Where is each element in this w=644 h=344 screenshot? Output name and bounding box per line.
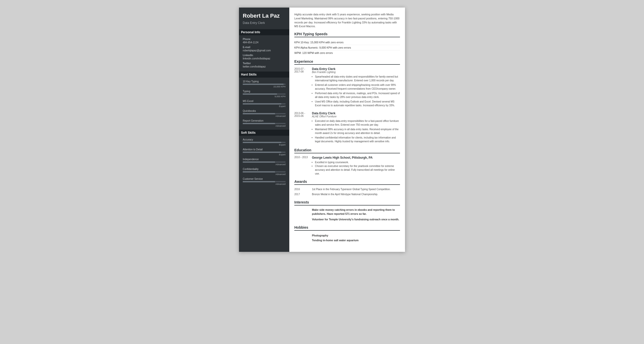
exp-details: Data Entry Clerk Ben Franklin Lighting S… bbox=[312, 67, 400, 108]
soft-skill-name: Customer Service bbox=[243, 178, 286, 180]
soft-skill-level-label: Expert bbox=[243, 144, 286, 146]
exp-bullet: Used MS Office daily, including Outlook … bbox=[315, 100, 400, 107]
linkedin-label: LinkedIn bbox=[243, 54, 286, 57]
exp-bullet: Executed on daily data-entry responsibil… bbox=[315, 119, 400, 127]
skill-bar-fill bbox=[243, 103, 281, 105]
hard-skills-section: 10 Key Typing 15,000 KPH Typing 9,000 KP… bbox=[243, 80, 286, 127]
exp-bullet: Handled confidential information for cli… bbox=[315, 136, 400, 143]
experience-section: Experience 2015-07 - 2017-08 Data Entry … bbox=[294, 59, 400, 144]
skill-bar-container bbox=[243, 113, 286, 114]
experience-entry: 2013-06 - 2015-06 Data Entry Clerk ALHE … bbox=[294, 112, 400, 144]
typing-speeds-section: KPH Typing Speeds KPH 10-Key: 15,000 KPH… bbox=[294, 32, 400, 55]
exp-bullets: Spearheaded all data entry duties and re… bbox=[312, 75, 400, 107]
award-year: 2016 bbox=[294, 187, 312, 191]
skill-bar-container bbox=[243, 103, 286, 105]
soft-skill-bar-container bbox=[243, 161, 286, 163]
candidate-name: Robert La Paz bbox=[243, 13, 286, 19]
edu-school: George Lewis High School, Pittsburgh, PA bbox=[312, 156, 400, 159]
soft-skill-name: Accuracy bbox=[243, 138, 286, 141]
edu-bullet: Chosen as executive secretary for the ye… bbox=[315, 164, 400, 176]
skill-name: Typing bbox=[243, 90, 286, 93]
experience-list: 2015-07 - 2017-08 Data Entry Clerk Ben F… bbox=[294, 67, 400, 144]
exp-bullets: Executed on daily data-entry responsibil… bbox=[312, 119, 400, 143]
skill-name: Report Generation bbox=[243, 119, 286, 122]
edu-details: George Lewis High School, Pittsburgh, PA… bbox=[312, 156, 400, 176]
skill-bar-fill bbox=[243, 113, 275, 114]
sidebar: Robert La Paz Data Entry Clerk Personal … bbox=[239, 8, 289, 252]
soft-skill-bar-fill bbox=[243, 171, 275, 173]
skill-bar-fill bbox=[243, 84, 284, 85]
interest-item: Volunteer for Temple University's fundra… bbox=[294, 218, 400, 222]
award-text: 1st Place in the February Typeracer Glob… bbox=[312, 187, 400, 191]
hobby-item: Tending in-home salt water aquarium bbox=[294, 238, 400, 243]
soft-skills-header: Soft Skills bbox=[239, 130, 289, 136]
edu-bullets: Excelled in typing coursework.Chosen as … bbox=[312, 160, 400, 176]
phone-label: Phone bbox=[243, 38, 286, 41]
twitter-label: Twitter bbox=[243, 62, 286, 65]
skill-bar-container bbox=[243, 93, 286, 95]
awards-section: Awards 2016 1st Place in the February Ty… bbox=[294, 180, 400, 196]
soft-skill-level-label: Advanced bbox=[243, 183, 286, 185]
interests-list: Make side money catching errors in ebook… bbox=[294, 208, 400, 221]
awards-list: 2016 1st Place in the February Typeracer… bbox=[294, 187, 400, 196]
award-year: 2017 bbox=[294, 192, 312, 196]
skill-level-label: 9,000 KPH bbox=[243, 95, 286, 98]
soft-skill-bar-fill bbox=[243, 142, 281, 143]
education-title: Education bbox=[294, 148, 400, 153]
personal-info-header: Personal Info bbox=[239, 29, 289, 35]
education-section: Education 2010 - 2013 George Lewis High … bbox=[294, 148, 400, 176]
skill-level-label: Expert bbox=[243, 105, 286, 108]
soft-skill-bar-container bbox=[243, 142, 286, 143]
typing-speed-item: WPM: 120 WPM with zero errors bbox=[294, 50, 400, 55]
soft-skill-bar-fill bbox=[243, 152, 281, 153]
awards-title: Awards bbox=[294, 180, 400, 185]
award-entry: 2017 Bronze Medal in the April Nitrotype… bbox=[294, 192, 400, 196]
award-text: Bronze Medal in the April Nitrotype Nati… bbox=[312, 192, 400, 196]
soft-skills-section: Accuracy Expert Attention to Detail Expe… bbox=[243, 138, 286, 185]
skill-name: MS Excel bbox=[243, 100, 286, 102]
skill-bar-container bbox=[243, 84, 286, 85]
skill-bar-container bbox=[243, 123, 286, 124]
hobbies-list: PhotographyTending in-home salt water aq… bbox=[294, 233, 400, 243]
exp-dates: 2015-07 - 2017-08 bbox=[294, 67, 312, 108]
hobby-item: Photography bbox=[294, 233, 400, 238]
skill-bar-fill bbox=[243, 93, 277, 95]
twitter-value: twitter.com/boblapaz bbox=[243, 65, 286, 68]
soft-skill-bar-fill bbox=[243, 161, 275, 163]
phone-value: 484-654-1124 bbox=[243, 41, 286, 44]
email-value: robertqlapaz@gmail.com bbox=[243, 49, 286, 52]
exp-dates: 2013-06 - 2015-06 bbox=[294, 112, 312, 144]
exp-bullet: Maintained 99% accuracy in all data entr… bbox=[315, 127, 400, 135]
summary-text: Highly accurate data entry clerk with 5 … bbox=[294, 13, 400, 28]
exp-job-title: Data Entry Clerk bbox=[312, 67, 400, 71]
edu-dates: 2010 - 2013 bbox=[294, 156, 312, 176]
soft-skill-level-label: Advanced bbox=[243, 163, 286, 166]
interests-title: Interests bbox=[294, 200, 400, 205]
skill-bar-fill bbox=[243, 123, 275, 124]
skill-level-label: Advanced bbox=[243, 125, 286, 127]
edu-bullet: Excelled in typing coursework. bbox=[315, 160, 400, 164]
soft-skill-name: Confidentiality bbox=[243, 168, 286, 170]
soft-skill-bar-container bbox=[243, 181, 286, 182]
typing-speed-item: KPH Alpha-Numeric: 9,000 KPH with zero e… bbox=[294, 45, 400, 50]
soft-skill-name: Independence bbox=[243, 158, 286, 161]
linkedin-value: linkedin.com/in/boblapaz bbox=[243, 57, 286, 60]
exp-details: Data Entry Clerk ALHE Office Furniture E… bbox=[312, 112, 400, 144]
skill-name: Quickbooks bbox=[243, 110, 286, 112]
candidate-title: Data Entry Clerk bbox=[243, 21, 286, 25]
hobbies-section: Hobbies PhotographyTending in-home salt … bbox=[294, 225, 400, 243]
soft-skill-name: Attention to Detail bbox=[243, 148, 286, 151]
soft-skill-bar-container bbox=[243, 171, 286, 173]
hard-skills-header: Hard Skills bbox=[239, 72, 289, 78]
interest-item: Make side money catching errors in ebook… bbox=[294, 208, 400, 216]
experience-entry: 2015-07 - 2017-08 Data Entry Clerk Ben F… bbox=[294, 67, 400, 108]
hobbies-title: Hobbies bbox=[294, 225, 400, 231]
email-label: E-mail bbox=[243, 46, 286, 49]
main-content: Highly accurate data entry clerk with 5 … bbox=[289, 8, 405, 252]
experience-title: Experience bbox=[294, 59, 400, 65]
soft-skill-bar-fill bbox=[243, 181, 275, 182]
exp-bullet: Spearheaded all data entry duties and re… bbox=[315, 75, 400, 82]
soft-skill-level-label: Expert bbox=[243, 153, 286, 156]
exp-bullet: Entered all customer orders and shipping… bbox=[315, 83, 400, 91]
resume-container: Robert La Paz Data Entry Clerk Personal … bbox=[239, 8, 405, 252]
